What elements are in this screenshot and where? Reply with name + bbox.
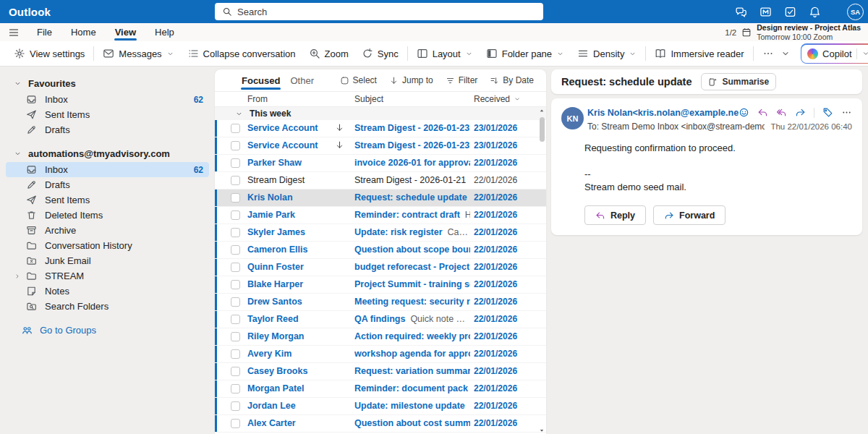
menu-item-help[interactable]: Help <box>145 23 184 41</box>
row-checkbox[interactable] <box>231 228 240 237</box>
menu-item-file[interactable]: File <box>27 23 61 41</box>
sidebar-section-account[interactable]: automations@tmyadvisory.com <box>0 145 215 162</box>
chat-icon[interactable] <box>735 6 747 18</box>
message-row[interactable]: Drew SantosMeeting request: security rev… <box>215 294 546 311</box>
message-row[interactable]: Cameron EllisQuestion about scope bounda… <box>215 242 546 259</box>
list-scrollbar[interactable] <box>537 107 546 434</box>
row-checkbox[interactable] <box>231 419 240 428</box>
sidebar-item-drafts[interactable]: Drafts <box>6 122 209 137</box>
sidebar-item-sent-items[interactable]: Sent Items <box>6 192 209 208</box>
row-checkbox[interactable] <box>231 158 240 168</box>
message-row[interactable]: Parker Shawinvoice 2026-01 for approvalD… <box>215 155 546 172</box>
sidebar-item-archive[interactable]: Archive <box>6 223 209 238</box>
todo-icon[interactable] <box>784 6 796 18</box>
message-row[interactable]: Alex CarterQuestion about cost summarySu… <box>215 415 546 433</box>
ribbon-button-layout[interactable]: Layout <box>410 43 480 64</box>
row-checkbox[interactable] <box>231 124 240 133</box>
tool-select[interactable]: Select <box>335 72 382 89</box>
forward-button[interactable]: Forward <box>653 205 726 225</box>
group-header-this-week[interactable]: This week <box>215 107 546 120</box>
ribbon-button-folder-pane[interactable]: Folder pane <box>480 43 571 64</box>
tool-by-date[interactable]: By Date <box>485 72 539 89</box>
message-row[interactable]: Jordan LeeUpdate: milestone updateCan yo… <box>215 398 546 415</box>
row-checkbox[interactable] <box>231 401 240 411</box>
collapse-ribbon-icon[interactable] <box>780 48 791 59</box>
message-row[interactable]: Skyler JamesUpdate: risk registerCan you… <box>215 224 546 242</box>
row-checkbox[interactable] <box>231 245 240 255</box>
ribbon-button--[interactable] <box>756 43 780 64</box>
sidebar-item-inbox[interactable]: Inbox62 <box>6 92 209 107</box>
tab-focused[interactable]: Focused <box>237 69 285 91</box>
row-checkbox[interactable] <box>231 367 240 376</box>
ribbon-button-immersive-reader[interactable]: Immersive reader <box>648 43 750 64</box>
hamburger-menu-icon[interactable] <box>0 23 27 41</box>
sidebar-item-conversation-history[interactable]: Conversation History <box>6 238 209 253</box>
row-checkbox[interactable] <box>231 280 240 289</box>
message-row[interactable]: Riley MorganAction required: weekly prog… <box>215 328 546 346</box>
copilot-chevron-down-icon[interactable] <box>861 49 868 58</box>
tag-icon[interactable] <box>822 107 833 118</box>
account-avatar[interactable]: SA <box>847 4 864 20</box>
scrollbar-thumb[interactable] <box>540 117 545 142</box>
sidebar-item-junk-email[interactable]: Junk Email <box>6 253 209 268</box>
tool-jump-to[interactable]: Jump to <box>384 72 438 89</box>
go-to-groups-link[interactable]: Go to Groups <box>0 325 215 336</box>
sidebar-item-stream[interactable]: STREAM <box>6 268 209 284</box>
row-checkbox[interactable] <box>231 176 240 185</box>
sidebar-item-notes[interactable]: Notes <box>6 284 209 299</box>
reply-icon[interactable] <box>757 107 768 118</box>
sender-name-email[interactable]: Kris Nolan<kris.nolan@example.net> <box>587 108 739 118</box>
row-checkbox[interactable] <box>231 193 240 203</box>
tool-filter[interactable]: Filter <box>441 72 483 89</box>
message-row[interactable]: Kris NolanRequest: schedule updateReques… <box>215 190 546 207</box>
message-row[interactable]: Stream DigestStream Digest - 2026-01-21S… <box>215 172 546 190</box>
ribbon-button-messages[interactable]: Messages <box>96 43 180 64</box>
message-row[interactable]: Casey BrooksRequest: variation summaryRe… <box>215 363 546 380</box>
search-box[interactable] <box>215 3 543 20</box>
ribbon-button-view-settings[interactable]: View settings <box>7 43 91 64</box>
message-row[interactable]: Blake HarperProject Summit - training sc… <box>215 276 546 294</box>
sidebar-item-sent-items[interactable]: Sent Items <box>6 107 209 122</box>
ribbon-button-density[interactable]: Density <box>571 43 643 64</box>
row-checkbox[interactable] <box>231 332 240 341</box>
sidebar-item-inbox[interactable]: Inbox62 <box>6 162 209 177</box>
copilot-button[interactable]: Copilot <box>801 43 868 64</box>
section-chevron-down-icon[interactable] <box>14 150 22 158</box>
message-row[interactable]: Avery Kimworkshop agenda for approvalDra… <box>215 346 546 363</box>
sender-avatar[interactable]: KN <box>561 107 584 129</box>
menu-item-view[interactable]: View <box>106 23 145 41</box>
column-received[interactable]: Received <box>474 94 521 104</box>
ribbon-button-zoom[interactable]: Zoom <box>302 43 355 64</box>
meet-icon[interactable] <box>760 6 772 18</box>
message-row[interactable]: Taylor ReedQA findingsQuick note with th… <box>215 311 546 328</box>
sidebar-item-search-folders[interactable]: Search Folders <box>6 299 209 314</box>
reply-all-icon[interactable] <box>776 107 787 118</box>
row-checkbox[interactable] <box>231 315 240 324</box>
row-checkbox[interactable] <box>231 349 240 359</box>
sidebar-item-deleted-items[interactable]: Deleted Items <box>6 208 209 223</box>
ribbon-button-sync[interactable]: Sync <box>355 43 405 64</box>
column-subject[interactable]: Subject <box>354 94 383 104</box>
message-row[interactable]: Service AccountStream Digest - 2026-01-2… <box>215 120 546 137</box>
forward-icon[interactable] <box>795 107 806 118</box>
message-row[interactable]: Jamie ParkReminder: contract draftHeads … <box>215 207 546 224</box>
reply-button[interactable]: Reply <box>584 205 646 225</box>
message-row[interactable]: Morgan PatelReminder: document packHeads… <box>215 380 546 398</box>
search-input[interactable] <box>237 7 536 17</box>
section-chevron-down-icon[interactable] <box>14 80 22 88</box>
sidebar-section-favourites[interactable]: Favourites <box>0 75 215 92</box>
row-checkbox[interactable] <box>231 210 240 220</box>
message-row[interactable]: Service AccountStream Digest - 2026-01-2… <box>215 137 546 155</box>
column-from[interactable]: From <box>247 94 268 104</box>
menu-item-home[interactable]: Home <box>61 23 106 41</box>
message-row[interactable]: Quinn Fosterbudget reforecast - Project … <box>215 259 546 276</box>
scroll-down-icon[interactable] <box>538 427 545 434</box>
ribbon-button-collapse-conversation[interactable]: Collapse conversation <box>181 43 302 64</box>
row-checkbox[interactable] <box>231 263 240 272</box>
row-checkbox[interactable] <box>231 141 240 150</box>
tab-other[interactable]: Other <box>285 69 319 91</box>
expand-chevron-icon[interactable] <box>14 273 21 280</box>
reminder-card[interactable]: Design review - Project Atlas Tomorrow 1… <box>757 24 861 41</box>
row-checkbox[interactable] <box>231 297 240 307</box>
sidebar-item-drafts[interactable]: Drafts <box>6 177 209 192</box>
